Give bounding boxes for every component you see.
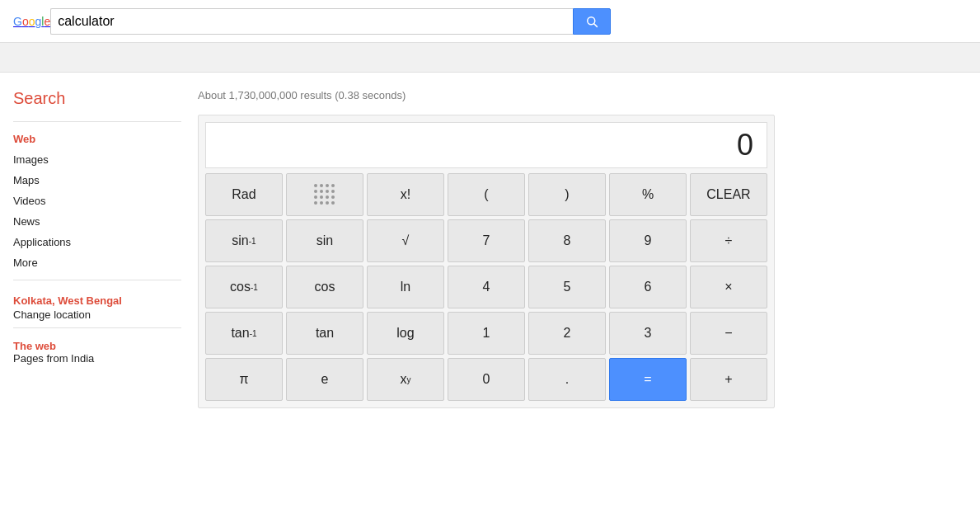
calc-btn-6[interactable]: 6 (609, 266, 687, 308)
calc-btn-percent[interactable]: % (609, 173, 687, 216)
main: About 1,730,000,000 results (0.38 second… (181, 81, 980, 417)
search-icon (584, 14, 599, 29)
calc-btn-multiply[interactable]: × (690, 266, 767, 308)
calc-row-4: tan-1 tan log 1 2 3 − (205, 312, 767, 355)
calc-btn-divide[interactable]: ÷ (690, 219, 767, 262)
calc-btn-power[interactable]: xy (367, 358, 444, 401)
calc-row-5: π e xy 0 . = + (205, 358, 767, 401)
calc-btn-2[interactable]: 2 (528, 312, 606, 355)
sidebar-item-more[interactable]: More (13, 252, 181, 273)
google-logo[interactable]: Google (13, 15, 50, 28)
calc-btn-sin[interactable]: sin (286, 219, 363, 262)
calc-buttons: Rad x! ( ) % CLEAR (199, 173, 774, 407)
calc-row-1: Rad x! ( ) % CLEAR (205, 173, 767, 216)
sidebar-item-applications[interactable]: Applications (13, 232, 181, 252)
calc-btn-dotgrid[interactable] (286, 173, 363, 216)
calc-btn-1[interactable]: 1 (448, 312, 525, 355)
calc-display-value: 0 (737, 128, 753, 162)
dot-grid-icon (314, 184, 335, 205)
calc-btn-clear[interactable]: CLEAR (690, 173, 767, 216)
content: Search Web Images Maps Videos News Appli… (0, 73, 980, 417)
calc-btn-factorial[interactable]: x! (367, 173, 444, 216)
calc-btn-3[interactable]: 3 (609, 312, 687, 355)
sidebar-divider-3 (13, 327, 181, 328)
sidebar: Search Web Images Maps Videos News Appli… (0, 81, 181, 417)
header: Google (0, 0, 980, 43)
calc-btn-arccos[interactable]: cos-1 (205, 266, 283, 308)
calc-btn-tan[interactable]: tan (286, 312, 363, 355)
search-input[interactable] (50, 8, 573, 35)
search-bar (50, 8, 611, 35)
change-location-link[interactable]: Change location (13, 308, 181, 321)
calc-btn-0[interactable]: 0 (448, 358, 525, 401)
sidebar-divider (13, 121, 181, 122)
calc-display: 0 (205, 122, 767, 168)
calc-btn-cos[interactable]: cos (286, 266, 363, 308)
sidebar-item-web[interactable]: Web (13, 129, 181, 149)
sidebar-item-images[interactable]: Images (13, 149, 181, 170)
filter-the-web[interactable]: The web (13, 340, 181, 352)
calc-btn-decimal[interactable]: . (528, 358, 606, 401)
calc-btn-8[interactable]: 8 (528, 219, 606, 262)
results-filter-section: The web Pages from India (13, 340, 181, 365)
calc-btn-arcsin[interactable]: sin-1 (205, 219, 283, 262)
location-section: Kolkata, West Bengal Change location (13, 294, 181, 321)
sidebar-divider-2 (13, 280, 181, 280)
calc-btn-4[interactable]: 4 (448, 266, 525, 308)
sidebar-item-videos[interactable]: Videos (13, 191, 181, 211)
search-button[interactable] (573, 8, 611, 35)
calc-row-2: sin-1 sin √ 7 8 9 ÷ (205, 219, 767, 262)
sub-header (0, 43, 980, 73)
sidebar-item-maps[interactable]: Maps (13, 170, 181, 191)
results-info: About 1,730,000,000 results (0.38 second… (198, 89, 964, 101)
sidebar-item-news[interactable]: News (13, 211, 181, 232)
calc-row-3: cos-1 cos ln 4 5 6 × (205, 266, 767, 308)
calc-btn-close-paren[interactable]: ) (528, 173, 606, 216)
calc-btn-open-paren[interactable]: ( (448, 173, 525, 216)
search-title: Search (13, 89, 181, 108)
calc-btn-9[interactable]: 9 (609, 219, 687, 262)
calculator: 0 Rad x! ( ) (198, 115, 775, 408)
calc-btn-arctan[interactable]: tan-1 (205, 312, 283, 355)
calc-btn-ln[interactable]: ln (367, 266, 444, 308)
calc-btn-pi[interactable]: π (205, 358, 283, 401)
calc-btn-sqrt[interactable]: √ (367, 219, 444, 262)
calc-btn-add[interactable]: + (690, 358, 767, 401)
calc-btn-7[interactable]: 7 (448, 219, 525, 262)
calc-btn-subtract[interactable]: − (690, 312, 767, 355)
calc-btn-rad[interactable]: Rad (205, 173, 283, 216)
calc-btn-5[interactable]: 5 (528, 266, 606, 308)
calc-btn-log[interactable]: log (367, 312, 444, 355)
calc-btn-e[interactable]: e (286, 358, 363, 401)
filter-pages-from-india[interactable]: Pages from India (13, 352, 181, 365)
location-name: Kolkata, West Bengal (13, 294, 122, 307)
calc-btn-equals[interactable]: = (609, 358, 687, 401)
